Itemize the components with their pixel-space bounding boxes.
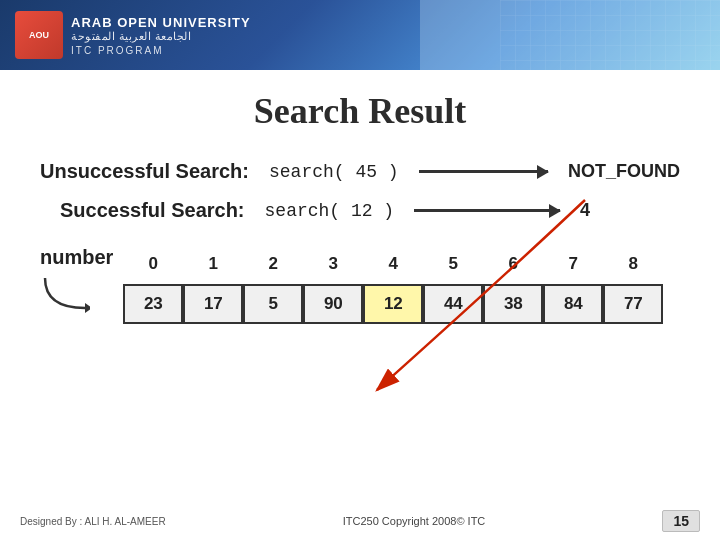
university-logo: AOU [15,11,63,59]
value-0: 23 [123,284,183,324]
footer-designer: Designed By : ALI H. AL-AMEER [20,516,166,527]
unsuccessful-code: search( 45 ) [269,162,399,182]
value-6: 38 [483,284,543,324]
logo-area: AOU ARAB OPEN UNIVERSITY الجامعة العربية… [15,11,251,59]
successful-arrow [414,209,560,212]
index-3: 3 [303,246,363,282]
successful-search-row: Successful Search: search( 12 ) 4 [40,199,680,222]
header-grid-decoration [500,0,720,70]
array-number-label: number [40,246,113,269]
university-name-en: ARAB OPEN UNIVERSITY [71,15,251,30]
footer: Designed By : ALI H. AL-AMEER ITC250 Cop… [0,510,720,532]
value-3: 90 [303,284,363,324]
header: AOU ARAB OPEN UNIVERSITY الجامعة العربية… [0,0,720,70]
university-text: ARAB OPEN UNIVERSITY الجامعة العربية الم… [71,15,251,56]
array-section: number 0 1 2 3 4 5 6 7 8 23 [40,246,680,324]
value-8: 77 [603,284,663,324]
index-8: 8 [603,246,663,282]
unsuccessful-label: Unsuccessful Search: [40,160,249,183]
university-name-ar: الجامعة العربية المفتوحة [71,30,251,43]
index-7: 7 [543,246,603,282]
value-7: 84 [543,284,603,324]
footer-page-number: 15 [662,510,700,532]
value-1: 17 [183,284,243,324]
unsuccessful-search-row: Unsuccessful Search: search( 45 ) NOT_FO… [40,160,680,183]
svg-marker-0 [85,303,90,313]
value-5: 44 [423,284,483,324]
successful-result: 4 [580,200,680,221]
value-row: 23 17 5 90 12 44 38 84 77 [123,284,663,324]
index-row: 0 1 2 3 4 5 6 7 8 [123,246,663,282]
curved-arrow-icon [40,273,90,313]
number-label-area: number [40,246,113,313]
program-name: ITC PROGRAM [71,45,251,56]
value-4-highlighted: 12 [363,284,423,324]
array-container: 0 1 2 3 4 5 6 7 8 23 17 5 90 12 44 38 84… [123,246,663,324]
index-2: 2 [243,246,303,282]
unsuccessful-arrow [419,170,548,173]
index-1: 1 [183,246,243,282]
unsuccessful-result: NOT_FOUND [568,161,680,182]
page-title: Search Result [40,90,680,132]
successful-code: search( 12 ) [265,201,395,221]
successful-label: Successful Search: [40,199,245,222]
index-6: 6 [483,246,543,282]
arrow-line-1 [419,170,548,173]
footer-copyright: ITC250 Copyright 2008© ITC [343,515,486,527]
arrow-line-2 [414,209,560,212]
index-0: 0 [123,246,183,282]
index-5: 5 [423,246,483,282]
index-4: 4 [363,246,423,282]
main-content: Search Result Unsuccessful Search: searc… [0,70,720,344]
value-2: 5 [243,284,303,324]
